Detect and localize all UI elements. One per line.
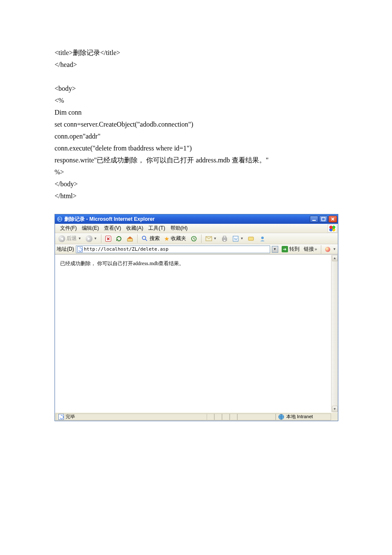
code-line: set conn=server.CreateObject("adodb.conn… bbox=[55, 119, 349, 130]
page-viewport: 已经成功删除， 你可以自己打开address.mdb查看结果。 ▲ ▼ bbox=[55, 254, 338, 412]
throbber-icon bbox=[328, 224, 337, 232]
links-label: 链接 bbox=[304, 246, 314, 253]
page-body-text: 已经成功删除， 你可以自己打开address.mdb查看结果。 bbox=[60, 260, 184, 266]
address-label: 地址(D) bbox=[57, 246, 74, 253]
status-main-pane: 完毕 bbox=[56, 413, 207, 420]
resize-grip[interactable] bbox=[331, 413, 337, 420]
search-label: 搜索 bbox=[150, 235, 160, 242]
svg-rect-1 bbox=[312, 220, 316, 221]
search-button[interactable]: 搜索 bbox=[140, 234, 161, 243]
status-pane bbox=[230, 413, 237, 420]
separator bbox=[137, 234, 138, 243]
menu-edit[interactable]: 编辑(E) bbox=[79, 224, 101, 233]
snagit-icon[interactable] bbox=[324, 246, 331, 253]
edit-button[interactable]: W ▼ bbox=[231, 234, 245, 243]
titlebar: 删除记录 - Microsoft Internet Explorer bbox=[55, 214, 338, 224]
browser-window: 删除记录 - Microsoft Internet Explorer 文件(F)… bbox=[55, 214, 338, 421]
code-line: conn.open"addr" bbox=[55, 130, 349, 142]
zone-text: 本地 Intranet bbox=[286, 413, 313, 420]
back-button[interactable]: ◄ 后退 ▼ bbox=[57, 234, 83, 243]
code-line: </html> bbox=[55, 190, 349, 202]
menu-tools[interactable]: 工具(T) bbox=[146, 224, 167, 233]
code-line: %> bbox=[55, 166, 349, 178]
code-line: </head> bbox=[55, 59, 349, 71]
print-button[interactable] bbox=[219, 234, 230, 243]
separator bbox=[101, 234, 101, 243]
separator bbox=[321, 245, 321, 254]
svg-point-12 bbox=[261, 237, 264, 239]
page-icon bbox=[77, 246, 83, 252]
separator bbox=[201, 234, 202, 243]
favorites-button[interactable]: ★ 收藏夹 bbox=[162, 234, 188, 243]
discuss-button[interactable] bbox=[246, 234, 257, 243]
stop-button[interactable] bbox=[104, 235, 113, 243]
menu-help[interactable]: 帮助(H) bbox=[168, 224, 190, 233]
go-button[interactable]: ➔ 转到 bbox=[280, 245, 301, 253]
favorites-label: 收藏夹 bbox=[171, 235, 186, 242]
minimize-button[interactable] bbox=[310, 216, 318, 223]
menu-view[interactable]: 查看(V) bbox=[101, 224, 124, 233]
back-label: 后退 bbox=[66, 235, 77, 242]
messenger-button[interactable] bbox=[257, 234, 268, 243]
status-progress-pane bbox=[237, 413, 276, 420]
svg-point-3 bbox=[142, 236, 146, 240]
refresh-button[interactable] bbox=[114, 234, 124, 243]
scroll-down-button[interactable]: ▼ bbox=[332, 406, 338, 412]
menu-bar: 文件(F) 编辑(E) 查看(V) 收藏(A) 工具(T) 帮助(H) bbox=[55, 224, 338, 233]
svg-rect-2 bbox=[322, 217, 325, 221]
home-button[interactable] bbox=[125, 234, 135, 243]
status-bar: 完毕 本地 Intranet bbox=[55, 412, 338, 421]
status-zone-pane: 本地 Intranet bbox=[276, 413, 331, 420]
status-text: 完毕 bbox=[66, 413, 75, 420]
go-label: 转到 bbox=[289, 246, 300, 253]
code-line: Dim conn bbox=[55, 107, 349, 119]
status-pane bbox=[222, 413, 230, 420]
address-input[interactable] bbox=[83, 246, 269, 252]
menu-favorites[interactable]: 收藏(A) bbox=[124, 224, 146, 233]
code-line: response.write"已经成功删除， 你可以自己打开 address.m… bbox=[55, 154, 349, 166]
window-title: 删除记录 - Microsoft Internet Explorer bbox=[64, 216, 310, 223]
vertical-scrollbar[interactable]: ▲ ▼ bbox=[331, 255, 338, 412]
history-button[interactable] bbox=[189, 234, 199, 243]
code-line: </body> bbox=[55, 178, 349, 190]
address-bar: 地址(D) ▼ ➔ 转到 链接 » ▼ bbox=[55, 244, 338, 254]
forward-button[interactable]: ►▼ bbox=[84, 234, 99, 243]
code-line: <title>删除记录</title> bbox=[55, 47, 349, 59]
maximize-button[interactable] bbox=[319, 216, 328, 223]
standard-toolbar: ◄ 后退 ▼ ►▼ 搜索 ★ 收藏夹 ▼ bbox=[55, 233, 338, 244]
code-line: <% bbox=[55, 95, 349, 107]
close-button[interactable] bbox=[329, 216, 337, 223]
code-line: conn.execute("delete from tbaddress wher… bbox=[55, 142, 349, 154]
ie-icon bbox=[57, 216, 63, 222]
page-icon bbox=[58, 414, 64, 420]
scroll-up-button[interactable]: ▲ bbox=[332, 255, 338, 261]
code-line: <body> bbox=[55, 83, 349, 95]
status-pane bbox=[214, 413, 222, 420]
menu-file[interactable]: 文件(F) bbox=[58, 224, 79, 233]
address-field-wrap[interactable] bbox=[76, 246, 270, 253]
mail-button[interactable]: ▼ bbox=[204, 234, 219, 243]
svg-rect-7 bbox=[223, 236, 226, 238]
zone-icon bbox=[278, 413, 285, 420]
address-dropdown[interactable]: ▼ bbox=[272, 246, 278, 253]
links-button[interactable]: 链接 » bbox=[303, 246, 318, 253]
svg-rect-11 bbox=[248, 237, 254, 240]
svg-text:W: W bbox=[234, 237, 238, 241]
page-content: 已经成功删除， 你可以自己打开address.mdb查看结果。 bbox=[55, 255, 331, 412]
snagit-dropdown[interactable]: ▼ bbox=[333, 247, 336, 251]
svg-rect-8 bbox=[223, 240, 226, 241]
code-listing: <title>删除记录</title> </head> <body> <% Di… bbox=[0, 0, 392, 211]
status-pane bbox=[207, 413, 214, 420]
